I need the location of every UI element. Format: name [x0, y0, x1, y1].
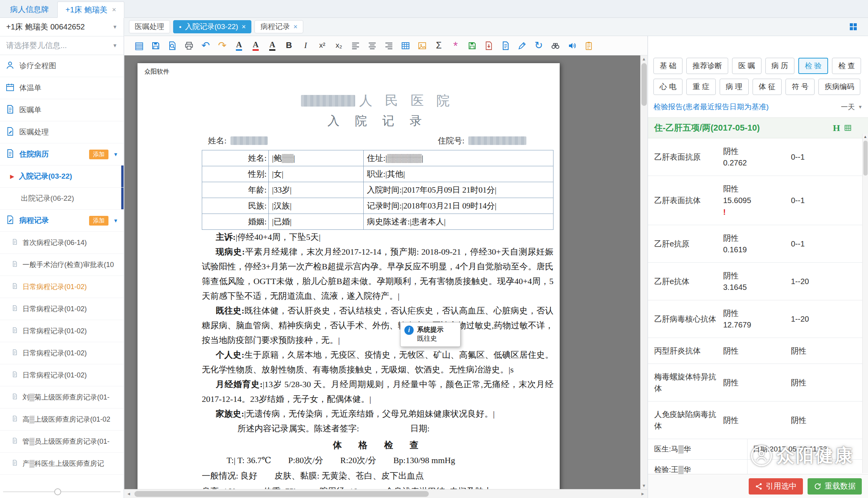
lab-result-row[interactable]: 乙肝e抗体阴性3.16451--20 — [648, 263, 868, 300]
field-value[interactable]: 职业:|其他| — [364, 166, 553, 182]
page-view-icon[interactable]: ▤ — [133, 39, 145, 52]
category-button[interactable]: 检 验 — [798, 58, 828, 74]
window-tab[interactable]: 病人信息牌 — [2, 1, 57, 17]
report-group-header[interactable]: 住-乙肝五项/两(2017-05-10) H — [648, 117, 868, 138]
history-marker[interactable]: H — [833, 123, 840, 133]
scrollbar-thumb[interactable] — [134, 491, 429, 497]
font-color-red-icon[interactable]: A — [249, 39, 262, 52]
edit-record-icon[interactable] — [516, 39, 528, 52]
field-value[interactable]: 病史陈述者:|患者本人| — [364, 214, 553, 230]
sidebar-item[interactable]: 住院病历添加▼ — [0, 143, 124, 165]
sidebar-item[interactable]: 管▒员上级医师查房记录(01- — [0, 431, 124, 453]
scrollbar-knob[interactable] — [54, 488, 61, 495]
italic-icon[interactable]: I — [299, 39, 312, 52]
scroll-up-icon[interactable]: ▲ — [641, 55, 647, 62]
chevron-down-icon[interactable]: ▼ — [113, 218, 118, 224]
close-tab-icon[interactable]: × — [293, 23, 297, 31]
sidebar-item[interactable]: 诊疗全程图 — [0, 55, 124, 77]
category-button[interactable]: 符 号 — [785, 79, 815, 95]
field-value[interactable]: |鲍▒▒| — [269, 150, 364, 166]
document-vertical-scrollbar[interactable]: ▲ ▼ — [640, 55, 647, 489]
sidebar-item[interactable]: 日常病程记录(01-02) — [0, 364, 124, 386]
category-button[interactable]: 病 理 — [720, 79, 749, 95]
lab-result-row[interactable]: 乙肝病毒核心抗体阴性12.76791--20 — [648, 300, 868, 338]
field-value[interactable]: |已婚| — [269, 214, 364, 230]
sidebar-item[interactable]: 日常病程记录(01-02) — [0, 320, 124, 342]
close-tab-icon[interactable]: × — [112, 6, 116, 14]
find-icon[interactable] — [549, 39, 562, 52]
scroll-right-icon[interactable]: ► — [641, 489, 645, 498]
field-value[interactable]: |女| — [269, 166, 364, 182]
font-color-black-icon[interactable]: A — [266, 39, 278, 52]
lab-result-row[interactable]: 人免疫缺陷病毒抗体阴性阴性 — [648, 402, 868, 439]
sidebar-item[interactable]: 出院记录(06-22) — [0, 188, 124, 210]
sidebar-item[interactable]: 病程记录添加▼ — [0, 210, 124, 232]
sidebar-item[interactable]: 体温单 — [0, 77, 124, 99]
sidebar-item[interactable]: 日常病程记录(01-02) — [0, 342, 124, 364]
undo-icon[interactable]: ↶ — [199, 39, 212, 52]
scroll-left-icon[interactable]: ◄ — [127, 489, 131, 498]
document-tab[interactable]: ●入院记录(03-22)× — [173, 20, 251, 33]
sidebar-item[interactable]: 刘▒菊上级医师查房记录(01- — [0, 386, 124, 408]
category-button[interactable]: 病 历 — [765, 58, 794, 74]
sidebar-item[interactable]: 日常病程记录(01-02) — [0, 298, 124, 320]
layout-grid-icon[interactable] — [849, 22, 858, 31]
sidebar-item[interactable]: 首次病程记录(06-14) — [0, 232, 124, 254]
patient-selector[interactable]: +1床 鲍瑞美 00642652 ▼ — [0, 18, 124, 36]
document-tab[interactable]: 病程记录× — [254, 20, 303, 33]
document-tab[interactable]: 医嘱处理 — [129, 20, 170, 33]
align-right-icon[interactable] — [383, 39, 395, 52]
scrollbar-thumb[interactable] — [641, 63, 647, 106]
scroll-down-icon[interactable]: ▼ — [641, 482, 647, 489]
add-badge[interactable]: 添加 — [89, 216, 108, 226]
cite-selected-button[interactable]: 引用选中 — [749, 478, 803, 495]
category-button[interactable]: 重 症 — [686, 79, 715, 95]
category-button[interactable]: 基 础 — [653, 58, 682, 74]
align-left-icon[interactable] — [349, 39, 362, 52]
sidebar-item[interactable]: ▶入院记录(03-22) — [0, 165, 124, 188]
category-button[interactable]: 医 嘱 — [732, 58, 761, 74]
window-tab[interactable]: +1床 鲍瑞美× — [57, 2, 124, 18]
refresh-icon[interactable]: ↻ — [533, 39, 545, 52]
sidebar-item[interactable]: 日常病程记录(01-02) — [0, 276, 124, 298]
category-button[interactable]: 推荐诊断 — [686, 58, 728, 74]
align-center-icon[interactable] — [366, 39, 378, 52]
field-value[interactable]: 记录时间:|2018年03月21日 09时14分| — [364, 198, 553, 214]
scrollbar-thumb[interactable] — [863, 141, 868, 176]
print-icon[interactable] — [183, 39, 195, 52]
date-range-dropdown[interactable]: 一天 ▼ — [841, 102, 863, 112]
lab-result-row[interactable]: 乙肝表面抗体阳性15.6095!0--1 — [648, 176, 868, 225]
report-title-link[interactable]: 检验报告(患者最近报告日期为基准) — [653, 102, 769, 112]
font-color-blue-icon[interactable]: A — [233, 39, 245, 52]
document-horizontal-scrollbar[interactable]: ◄ ► — [124, 489, 647, 498]
sidebar-item[interactable]: 医嘱单 — [0, 99, 124, 121]
formula-sum-icon[interactable]: Σ — [433, 39, 445, 52]
category-button[interactable]: 疾病编码 — [818, 79, 860, 95]
lab-result-row[interactable]: 乙肝表面抗原阴性0.27620--1 — [648, 138, 868, 176]
redo-icon[interactable]: ↷ — [216, 39, 229, 52]
reload-data-button[interactable]: 重载数据 — [808, 478, 862, 495]
add-badge[interactable]: 添加 — [89, 150, 108, 159]
save-as-icon[interactable] — [466, 39, 478, 52]
field-value[interactable]: 住址:|▒▒▒▒▒▒| — [364, 150, 553, 166]
sidebar-item[interactable]: 产▒科医生上级医师查房记 — [0, 453, 124, 475]
category-button[interactable]: 体 征 — [753, 79, 782, 95]
superscript-icon[interactable]: x² — [316, 39, 328, 52]
paste-icon[interactable] — [583, 39, 595, 52]
category-button[interactable]: 检 查 — [832, 58, 861, 74]
chevron-down-icon[interactable]: ▼ — [113, 152, 118, 157]
subscript-icon[interactable]: x₂ — [333, 39, 345, 52]
print-preview-icon[interactable] — [166, 39, 179, 52]
category-button[interactable]: 心 电 — [653, 79, 682, 95]
lab-result-row[interactable]: 丙型肝炎抗体阴性阴性 — [648, 338, 868, 364]
scroll-up-icon[interactable]: ▲ — [863, 134, 868, 140]
field-value[interactable]: |33岁| — [269, 182, 364, 198]
sidebar-scrollbar[interactable] — [3, 488, 120, 496]
sidebar-item[interactable]: 高▒上级医师查房记录(01-02 — [0, 408, 124, 431]
sidebar-item[interactable]: 一般手术治疗(检查)审批表(10 — [0, 254, 124, 276]
sidebar-item[interactable]: 医嘱处理 — [0, 121, 124, 143]
baby-selector[interactable]: 请选择婴儿信息... ▼ — [0, 36, 124, 55]
bold-icon[interactable]: B — [283, 39, 295, 52]
field-value[interactable]: |汉族| — [269, 198, 364, 214]
panel-scrollbar[interactable]: ▲ — [862, 134, 868, 473]
